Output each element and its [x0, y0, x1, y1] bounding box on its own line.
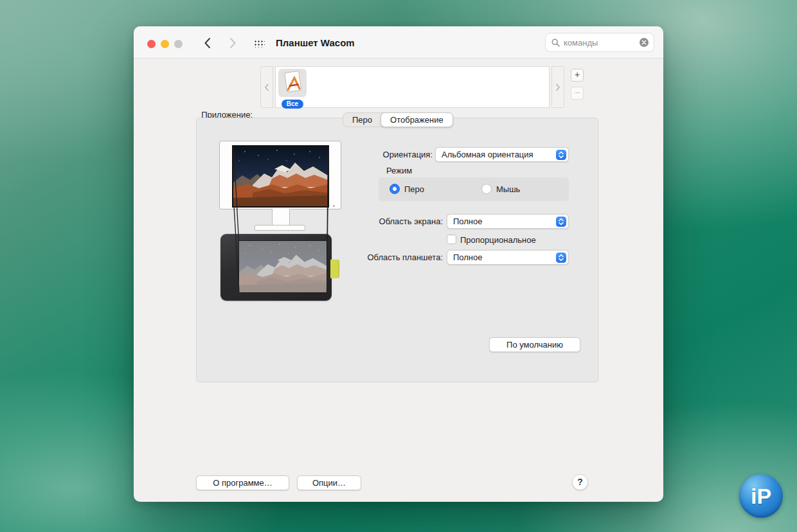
mode-label: Режим: [386, 166, 412, 175]
tab-bar: Перо Отображение: [343, 112, 453, 127]
mode-mouse-label: Мышь: [496, 184, 520, 194]
wacom-tag: [330, 260, 339, 278]
back-button[interactable]: [200, 36, 214, 50]
screen-area-label: Область экрана:: [312, 217, 443, 226]
orientation-dropdown[interactable]: Альбомная ориентация: [435, 147, 569, 162]
tablet-area-label: Область планшета:: [312, 253, 443, 262]
orientation-label: Ориентация:: [312, 150, 433, 159]
monitor-stand-base: [255, 225, 305, 231]
proportional-label: Пропорциональное: [460, 235, 536, 245]
radio-selected-icon[interactable]: [390, 184, 400, 194]
tablet-area-dropdown[interactable]: Полное: [447, 250, 569, 265]
monitor-stand-neck: [272, 209, 290, 226]
iphones-ru-logo-text: iP: [751, 484, 771, 509]
window-title: Планшет Wacom: [276, 37, 355, 48]
dropdown-stepper-icon: [556, 217, 566, 227]
monitor-power-led: [333, 205, 335, 207]
search-icon: [551, 39, 560, 47]
default-button[interactable]: По умолчанию: [489, 337, 580, 352]
add-application-button[interactable]: +: [571, 69, 584, 82]
proportional-checkbox[interactable]: [447, 235, 456, 244]
title-bar: Планшет Wacom: [134, 26, 663, 58]
search-field[interactable]: [545, 33, 654, 52]
screen-area-value: Полное: [453, 217, 483, 226]
chevron-right-icon: [555, 84, 560, 91]
tablet-area-value: Полное: [453, 253, 483, 262]
dropdown-stepper-icon: [556, 150, 566, 160]
mapping-panel: Ориентация: Альбомная ориентация Режим П…: [196, 118, 598, 382]
application-list[interactable]: Все: [275, 66, 550, 108]
help-button[interactable]: ?: [572, 474, 588, 490]
options-button[interactable]: Опции…: [297, 475, 361, 490]
mode-pen-label: Перо: [404, 184, 424, 194]
dropdown-stepper-icon: [556, 253, 566, 263]
chevron-right-icon: [229, 37, 237, 49]
applications-icon: [280, 70, 305, 96]
tablet-area-preview: [238, 240, 327, 293]
screen-area-dropdown[interactable]: Полное: [447, 214, 569, 229]
show-all-grid-icon[interactable]: [254, 40, 265, 48]
tab-pen[interactable]: Перо: [343, 113, 381, 127]
minimize-button[interactable]: [161, 40, 169, 48]
zoom-button: [174, 40, 183, 48]
app-list-next-button[interactable]: [551, 66, 564, 108]
application-item-all[interactable]: [278, 69, 307, 97]
forward-button[interactable]: [226, 36, 240, 50]
close-button[interactable]: [147, 40, 156, 48]
search-input[interactable]: [564, 38, 639, 48]
about-button[interactable]: О программе…: [196, 475, 289, 490]
orientation-value: Альбомная ориентация: [442, 150, 533, 159]
desert-wallpaper-faded-image: [239, 241, 327, 292]
app-list-prev-button[interactable]: [260, 66, 273, 108]
remove-application-button: −: [571, 87, 584, 100]
mode-pen-option[interactable]: Перо: [390, 184, 424, 194]
tab-mapping[interactable]: Отображение: [381, 112, 453, 127]
app-all-badge: Все: [278, 97, 307, 109]
chevron-left-icon: [264, 84, 269, 91]
wacom-preferences-window: Планшет Wacom Приложение:: [134, 26, 663, 502]
iphones-ru-logo: iP: [739, 474, 783, 518]
mode-mouse-option[interactable]: Мышь: [481, 184, 520, 194]
chevron-left-icon: [204, 37, 211, 49]
clear-search-icon[interactable]: [639, 37, 649, 48]
radio-unselected-icon[interactable]: [481, 184, 492, 194]
